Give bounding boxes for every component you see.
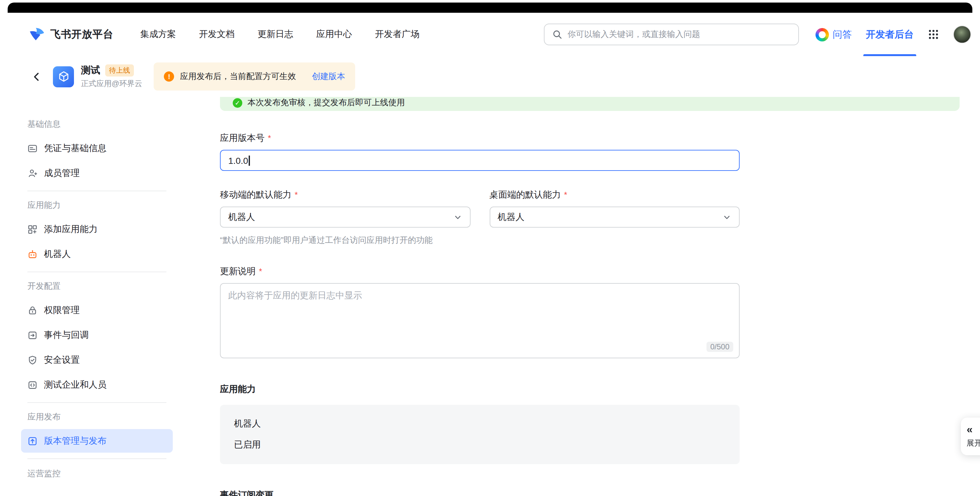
capabilities-panel: 机器人 已启用 <box>220 405 740 464</box>
chevron-left-icon <box>31 71 42 82</box>
sidebar-section-dev-config: 开发配置 <box>21 280 173 292</box>
back-button[interactable] <box>29 69 44 84</box>
robot-icon <box>27 249 38 259</box>
tab-developer-console[interactable]: 开发者后台 <box>866 13 914 56</box>
sidebar-divider <box>27 272 166 272</box>
desktop-capability-select[interactable]: 机器人 <box>489 207 740 227</box>
sidebar-section-ops-monitor: 运营监控 <box>21 468 173 479</box>
nav-item-app-center[interactable]: 应用中心 <box>316 29 352 40</box>
events-change-title: 事件订阅变更 <box>220 490 740 496</box>
sidebar-item-test-org[interactable]: 测试企业和人员 <box>21 373 173 397</box>
header-right: 问答 开发者后台 <box>816 13 971 56</box>
sidebar-item-bot[interactable]: 机器人 <box>21 242 173 266</box>
shield-check-icon <box>27 355 38 365</box>
top-header: 飞书开放平台 集成方案 开发文档 更新日志 应用中心 开发者广场 你可以输入关键… <box>8 13 980 56</box>
chevron-down-icon <box>722 213 731 221</box>
update-notes-textarea[interactable] <box>220 283 740 358</box>
sidebar-section-capabilities: 应用能力 <box>21 200 173 211</box>
release-form: 应用版本号 1.0.0 移动端的默认能力 机器人 桌面端的默认能力 <box>220 111 740 496</box>
success-check-icon: ✓ <box>233 98 242 107</box>
sidebar-item-security[interactable]: 安全设置 <box>21 348 173 372</box>
code-box-icon <box>27 380 38 390</box>
sidebar-item-credentials[interactable]: 凭证与基础信息 <box>21 137 173 160</box>
version-input[interactable]: 1.0.0 <box>220 150 740 171</box>
app-cube-icon <box>53 66 74 87</box>
sidebar-section-release: 应用发布 <box>21 411 173 423</box>
app-bar: 测试 待上线 正式应用@环界云 ! 应用发布后，当前配置方可生效 创建版本 <box>8 56 972 97</box>
sidebar-item-events-callbacks[interactable]: 事件与回调 <box>21 323 173 347</box>
screen: 飞书开放平台 集成方案 开发文档 更新日志 应用中心 开发者广场 你可以输入关键… <box>0 0 980 496</box>
qa-icon <box>816 28 829 41</box>
nav-item-integration[interactable]: 集成方案 <box>140 29 176 40</box>
app-subtitle: 正式应用@环界云 <box>81 78 142 89</box>
main-nav: 集成方案 开发文档 更新日志 应用中心 开发者广场 <box>140 29 420 40</box>
sidebar-divider <box>27 402 166 403</box>
main-content: ✓ 本次发布免审核，提交发布后即可上线使用 应用版本号 1.0.0 移动端的默认… <box>220 97 980 496</box>
create-version-link[interactable]: 创建版本 <box>312 71 345 82</box>
success-banner: ✓ 本次发布免审核，提交发布后即可上线使用 <box>220 97 959 111</box>
apps-grid-icon[interactable] <box>928 29 939 40</box>
mobile-capability-label: 移动端的默认能力 <box>220 189 470 201</box>
console-label: 开发者后台 <box>866 29 914 40</box>
brand-name: 飞书开放平台 <box>50 28 113 41</box>
expand-label: 展开 <box>967 438 980 449</box>
capability-name: 机器人 <box>234 418 725 430</box>
user-avatar[interactable] <box>953 25 971 43</box>
nav-item-docs[interactable]: 开发文档 <box>199 29 235 40</box>
publish-icon <box>27 436 38 446</box>
mobile-capability-select[interactable]: 机器人 <box>220 207 470 227</box>
capabilities-title: 应用能力 <box>220 384 740 395</box>
capability-hint: “默认的应用功能”即用户通过工作台访问应用时打开的功能 <box>220 235 740 246</box>
sidebar-item-permissions[interactable]: 权限管理 <box>21 298 173 322</box>
expand-panel-handle[interactable]: « 展开 <box>961 418 980 455</box>
nav-item-changelog[interactable]: 更新日志 <box>258 29 293 40</box>
desktop-capability-label: 桌面端的默认能力 <box>489 189 740 201</box>
char-counter: 0/500 <box>706 342 733 352</box>
warning-icon: ! <box>164 72 174 82</box>
search-placeholder: 你可以输入关键词，或直接输入问题 <box>568 29 700 40</box>
app-meta: 测试 待上线 正式应用@环界云 <box>81 64 142 89</box>
lock-icon <box>27 305 38 315</box>
search-input[interactable]: 你可以输入关键词，或直接输入问题 <box>544 24 799 45</box>
person-icon <box>27 168 38 178</box>
sidebar: 基础信息 凭证与基础信息 成员管理 应用能力 <box>8 97 191 496</box>
sidebar-item-add-capability[interactable]: 添加应用能力 <box>21 218 173 241</box>
text-caret <box>249 155 250 165</box>
nav-item-dev-plaza[interactable]: 开发者广场 <box>375 29 420 40</box>
event-callback-icon <box>27 330 38 340</box>
id-card-icon <box>27 143 38 153</box>
warning-banner: ! 应用发布后，当前配置方可生效 创建版本 <box>154 62 355 91</box>
search-icon <box>552 29 562 40</box>
sidebar-item-members[interactable]: 成员管理 <box>21 161 173 185</box>
qa-link[interactable]: 问答 <box>816 28 852 41</box>
window-titlebar <box>8 3 972 13</box>
app-name: 测试 <box>81 64 100 76</box>
chevron-down-icon <box>453 213 462 221</box>
version-label: 应用版本号 <box>220 133 740 144</box>
update-notes-label: 更新说明 <box>220 266 740 277</box>
sidebar-item-version-release[interactable]: 版本管理与发布 <box>21 429 173 453</box>
brand[interactable]: 飞书开放平台 <box>29 26 113 43</box>
add-capability-icon <box>27 224 38 234</box>
qa-label: 问答 <box>833 29 852 40</box>
capability-status: 已启用 <box>234 439 725 451</box>
double-chevron-left-icon: « <box>967 424 980 435</box>
warning-text: 应用发布后，当前配置方可生效 <box>180 71 296 82</box>
feishu-logo-icon <box>29 26 45 43</box>
sidebar-divider <box>27 458 166 459</box>
status-badge: 待上线 <box>105 64 134 76</box>
sidebar-section-basic-info: 基础信息 <box>21 119 173 130</box>
success-text: 本次发布免审核，提交发布后即可上线使用 <box>247 97 405 108</box>
sidebar-divider <box>27 191 166 191</box>
